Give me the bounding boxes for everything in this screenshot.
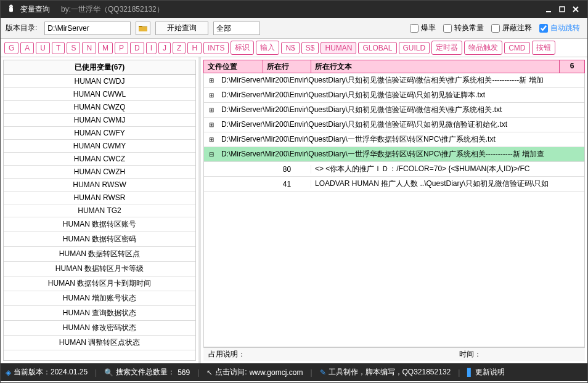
variable-item[interactable]: HUMAN 数据转区账号 — [4, 217, 195, 232]
url-link[interactable]: ↖点击访问:www.gomcj.com — [206, 367, 303, 377]
pingbi-checkbox[interactable]: 屏蔽注释 — [491, 23, 532, 33]
variable-item[interactable]: HUMAN 数据转区月卡到期时间 — [4, 276, 195, 291]
filter-btn-j[interactable]: J — [158, 42, 171, 54]
close-button[interactable] — [569, 2, 582, 16]
variable-item[interactable]: HUMAN CWDJ — [4, 75, 195, 88]
filter-btn-i[interactable]: I — [146, 42, 157, 54]
filter-btn-u[interactable]: U — [36, 42, 50, 54]
variable-item[interactable]: HUMAN 调整转区点状态 — [4, 336, 195, 350]
line-text: <> <你本人的推广ＩＤ：/FCOLOR=70> {<$HUMAN(本人ID)>… — [311, 163, 584, 175]
variable-item[interactable]: HUMAN 修改密码状态 — [4, 321, 195, 336]
minimize-button[interactable] — [542, 2, 555, 16]
zhuanhuan-checkbox[interactable]: 转换常量 — [443, 23, 484, 33]
variable-item[interactable]: HUMAN CWZQ — [4, 101, 195, 114]
filter-btn-输入[interactable]: 输入 — [256, 41, 279, 55]
filter-btn-按钮[interactable]: 按钮 — [532, 41, 555, 55]
expand-icon[interactable]: ⊞ — [204, 121, 219, 128]
expand-icon[interactable]: ⊞ — [204, 92, 219, 99]
cube-icon: ◈ — [6, 368, 11, 377]
variable-item[interactable]: HUMAN 增加账号状态 — [4, 291, 195, 306]
variable-item[interactable]: HUMAN CWMY — [4, 140, 195, 153]
result-list[interactable]: ⊞D:\MirServer\Mir200\Envir\QuestDiary\只如… — [203, 73, 585, 347]
result-line-row[interactable]: 41LOADVAR HUMAN 推广人人数 ..\QuestDiary\只如初见… — [204, 177, 584, 191]
maximize-button[interactable] — [555, 2, 569, 16]
variable-item[interactable]: HUMAN RWSW — [4, 179, 195, 191]
filter-btn-a[interactable]: A — [20, 42, 34, 54]
variable-item[interactable]: HUMAN TG2 — [4, 204, 195, 217]
filter-btn-ints[interactable]: INTS — [203, 42, 229, 54]
result-file-row[interactable]: ⊞D:\MirServer\Mir200\Envir\QuestDiary\只如… — [204, 103, 584, 118]
variable-item[interactable]: HUMAN RWSR — [4, 191, 195, 204]
file-count-value: 569 — [178, 368, 190, 377]
file-count-label: 搜索文件总数量： — [116, 367, 175, 377]
title-bar: 变量查询 by:一世浮华（QQ321852132） — [1, 1, 587, 18]
auto-jump-checkbox[interactable]: 自动跳转 — [539, 23, 580, 33]
path-select[interactable]: D:\MirServer — [44, 22, 131, 35]
toolbar: 版本目录: D:\MirServer 开始查询 全部 爆率 转换常量 屏蔽注释 … — [1, 18, 587, 39]
filter-btn-guild[interactable]: GUILD — [399, 42, 430, 54]
variable-item[interactable]: HUMAN CWCZ — [4, 153, 195, 166]
filter-button-bar: GAUTSNMPDIJZHINTS标识输入N$S$HUMANGLOBALGUIL… — [1, 39, 587, 57]
filter-btn-定时器[interactable]: 定时器 — [431, 41, 462, 55]
result-file-path: D:\MirServer\Mir200\Envir\QuestDiary\一世浮… — [219, 148, 584, 161]
pen-icon: ✎ — [320, 368, 326, 377]
filter-btn-物品触发[interactable]: 物品触发 — [464, 41, 502, 55]
filter-btn-g[interactable]: G — [4, 42, 18, 54]
expand-icon[interactable]: ⊞ — [204, 107, 219, 113]
filter-btn-m[interactable]: M — [98, 42, 113, 54]
col-file-location: 文件位置 — [204, 60, 263, 73]
version-label: 当前版本：2024.01.25 — [14, 367, 88, 377]
variable-item[interactable]: HUMAN 数据转区密码 — [4, 232, 195, 247]
variable-item[interactable]: HUMAN CWFY — [4, 127, 195, 140]
expand-icon[interactable]: ⊟ — [204, 151, 219, 158]
expand-icon[interactable]: ⊞ — [204, 77, 219, 84]
variable-item[interactable]: HUMAN 数据转区月卡等级 — [4, 262, 195, 276]
variable-item[interactable]: HUMAN CWZH — [4, 166, 195, 179]
filter-btn-global[interactable]: GLOBAL — [358, 42, 396, 54]
result-file-row[interactable]: ⊞D:\MirServer\Mir200\Envir\QuestDiary\只如… — [204, 73, 584, 88]
time-label: 时间： — [459, 349, 481, 360]
line-number: 41 — [263, 180, 311, 188]
filter-btn-s[interactable]: S — [67, 42, 80, 54]
variable-item[interactable]: HUMAN CWWL — [4, 88, 195, 101]
start-query-button[interactable]: 开始查询 — [155, 22, 208, 35]
line-text: LOADVAR HUMAN 推广人人数 ..\QuestDiary\只如初见微信… — [311, 177, 584, 190]
filter-btn-d[interactable]: D — [130, 42, 144, 54]
usage-info-bar: 占用说明： 时间： — [203, 347, 585, 361]
result-file-path: D:\MirServer\Mir200\Envir\QuestDiary\只如初… — [219, 103, 584, 116]
result-file-path: D:\MirServer\Mir200\Envir\QuestDiary\一世浮… — [219, 133, 584, 146]
path-label: 版本目录: — [6, 23, 37, 33]
update-link[interactable]: ▋更新说明 — [467, 367, 505, 377]
expand-icon[interactable]: ⊞ — [204, 136, 219, 143]
result-file-row[interactable]: ⊞D:\MirServer\Mir200\Envir\QuestDiary\一世… — [204, 132, 584, 147]
filter-btn-n$[interactable]: N$ — [281, 42, 299, 54]
filter-btn-cmd[interactable]: CMD — [504, 42, 529, 54]
filter-btn-n[interactable]: N — [82, 42, 96, 54]
col-count: 6 — [560, 60, 584, 73]
variable-item[interactable]: HUMAN 数据转区转区点 — [4, 247, 195, 262]
filter-btn-z[interactable]: Z — [173, 42, 186, 54]
filter-btn-h[interactable]: H — [187, 42, 202, 54]
result-line-row[interactable]: 80<> <你本人的推广ＩＤ：/FCOLOR=70> {<$HUMAN(本人ID… — [204, 162, 584, 177]
result-file-row[interactable]: ⊞D:\MirServer\Mir200\Envir\QuestDiary\只如… — [204, 88, 584, 103]
right-panel: 文件位置 所在行 所在行文本 6 ⊞D:\MirServer\Mir200\En… — [201, 57, 587, 363]
baolv-checkbox[interactable]: 爆率 — [410, 23, 436, 33]
variable-list-header: 已使用变量(67) — [3, 60, 196, 75]
result-file-row[interactable]: ⊞D:\MirServer\Mir200\Envir\QuestDiary\只如… — [204, 118, 584, 132]
variable-item[interactable]: HUMAN 查询数据状态 — [4, 306, 195, 321]
cursor-icon: ↖ — [206, 368, 213, 377]
filter-btn-标识[interactable]: 标识 — [231, 41, 254, 55]
filter-btn-t[interactable]: T — [52, 42, 65, 54]
variable-item[interactable]: HUMAN CWMJ — [4, 114, 195, 127]
usage-label: 占用说明： — [208, 349, 245, 360]
result-file-path: D:\MirServer\Mir200\Envir\QuestDiary\只如初… — [219, 89, 584, 102]
result-file-row[interactable]: ⊟D:\MirServer\Mir200\Envir\QuestDiary\一世… — [204, 147, 584, 162]
app-title: 变量查询 — [20, 4, 50, 15]
browse-folder-button[interactable] — [136, 22, 150, 35]
variable-list[interactable]: HUMAN CWDJHUMAN CWWLHUMAN CWZQHUMAN CWMJ… — [3, 75, 196, 361]
filter-btn-human[interactable]: HUMAN — [321, 42, 356, 54]
filter-btn-s$[interactable]: S$ — [301, 42, 319, 54]
app-logo-icon — [6, 4, 17, 15]
all-filter-select[interactable]: 全部 — [213, 22, 260, 35]
filter-btn-p[interactable]: P — [115, 42, 128, 54]
